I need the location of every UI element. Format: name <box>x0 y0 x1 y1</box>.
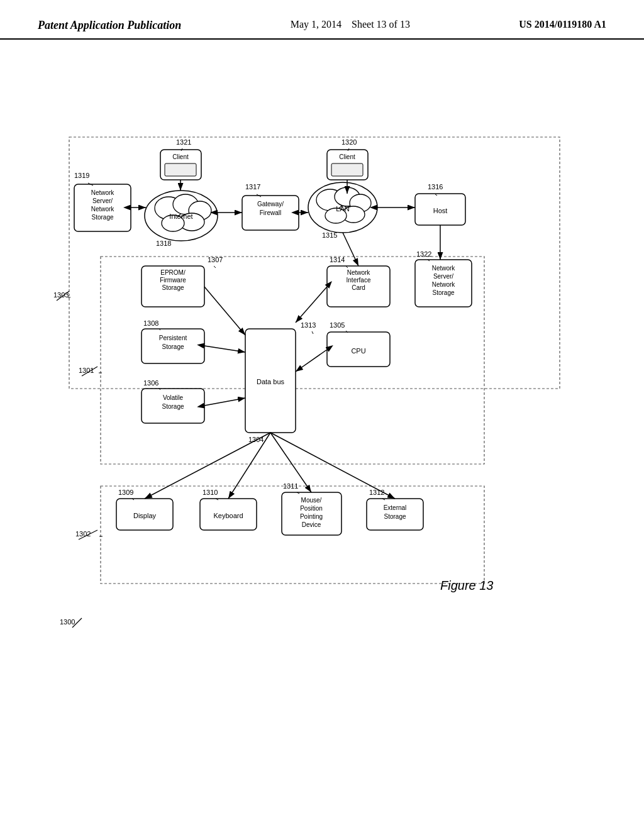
gateway-label1: Gateway/ <box>257 201 284 208</box>
ref-1319: 1319 <box>74 172 89 179</box>
mouse-label1: Mouse/ <box>301 497 322 504</box>
mouse-label3: Pointing <box>300 513 323 520</box>
gateway-label2: Firewall <box>260 209 281 216</box>
ref-1322: 1322 <box>416 250 431 258</box>
sheet-info: Sheet 13 of 13 <box>352 19 410 30</box>
figure-label: Figure 13 <box>440 578 494 592</box>
external-label2: Storage <box>384 513 406 520</box>
ref-1305: 1305 <box>330 321 345 329</box>
page-header: Patent Application Publication May 1, 20… <box>0 0 644 40</box>
ref-1313: 1313 <box>301 321 316 329</box>
client2-label: Client <box>339 153 355 160</box>
ref-1316: 1316 <box>428 183 443 191</box>
eprom-label1: EPROM/ <box>160 269 186 276</box>
network-server1-label: Network <box>91 189 115 196</box>
eprom-label2: Firmware <box>160 277 186 284</box>
network-server2-label: Network <box>432 265 456 272</box>
svg-line-46 <box>204 287 245 335</box>
svg-line-48 <box>204 398 245 406</box>
internet-label: Internet <box>169 213 192 220</box>
client1-label: Client <box>172 153 189 160</box>
mouse-label2: Position <box>300 505 323 512</box>
mouse-label4: Device <box>302 521 321 528</box>
network-server2-label4: Storage <box>432 289 454 296</box>
svg-line-45 <box>296 287 327 323</box>
persistent-label2: Storage <box>162 343 184 350</box>
eprom-label3: Storage <box>162 284 184 291</box>
svg-line-32 <box>312 331 313 334</box>
ref-1321: 1321 <box>176 138 191 146</box>
display-label: Display <box>133 512 157 519</box>
ref-1320: 1320 <box>341 138 357 146</box>
persistent-label1: Persistent <box>159 335 187 341</box>
ref-1309: 1309 <box>118 489 133 496</box>
ref-1310: 1310 <box>203 489 218 496</box>
ref-1308: 1308 <box>143 319 158 327</box>
network-server2-label2: Server/ <box>433 273 453 280</box>
lan-label: LAN <box>336 205 349 213</box>
nic-label2: Interface <box>347 277 371 284</box>
patent-number: US 2014/0119180 A1 <box>519 19 606 30</box>
publication-date: May 1, 2014 <box>291 19 341 30</box>
publication-title: Patent Application Publication <box>38 19 181 32</box>
ref-1318: 1318 <box>156 240 171 247</box>
ref-1300: 1300 <box>60 618 75 626</box>
cpu-label: CPU <box>351 347 365 355</box>
keyboard-label: Keyboard <box>213 512 243 519</box>
volatile-label2: Storage <box>162 403 184 410</box>
external-label1: External <box>384 504 407 511</box>
svg-line-49 <box>296 350 327 372</box>
header-date-sheet: May 1, 2014 Sheet 13 of 13 <box>291 19 410 30</box>
ref-1314: 1314 <box>330 256 345 263</box>
ref-1306: 1306 <box>143 379 158 387</box>
svg-rect-23 <box>331 163 363 176</box>
ref-1307: 1307 <box>208 256 223 263</box>
host-label: Host <box>433 207 448 214</box>
ref-1315: 1315 <box>322 231 337 239</box>
nic-label3: Card <box>352 284 365 291</box>
network-server1-label3: Network <box>91 206 115 213</box>
ref-1302: 1302 <box>75 530 91 538</box>
databus-label: Data bus <box>257 378 285 385</box>
ref-1317: 1317 <box>245 183 260 191</box>
diagram-area: 1303 1301 1302 Network Server/ Network S… <box>0 40 644 819</box>
svg-rect-10 <box>165 163 196 176</box>
ref-1311: 1311 <box>283 482 298 490</box>
svg-line-47 <box>204 346 245 352</box>
volatile-label1: Volatile <box>163 394 184 401</box>
nic-label1: Network <box>347 269 371 276</box>
network-server2-label3: Network <box>432 281 456 288</box>
svg-line-27 <box>214 266 216 268</box>
network-server1-label4: Storage <box>91 214 113 221</box>
svg-line-44 <box>343 233 358 266</box>
network-server1-label2: Server/ <box>92 197 113 204</box>
